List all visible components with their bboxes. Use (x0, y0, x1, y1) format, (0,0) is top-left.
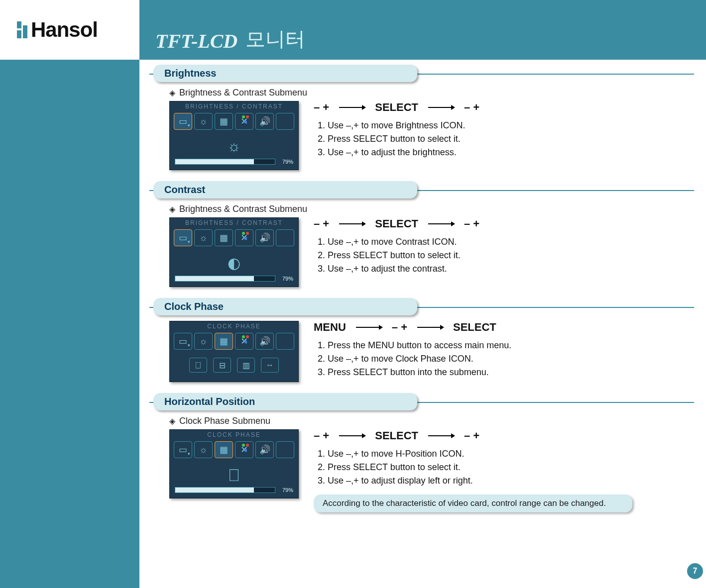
osd-progress-bar (175, 276, 275, 282)
section-heading-wrap: Brightness (149, 65, 694, 83)
arrow-label: – + (464, 101, 479, 114)
step-arrows: – +SELECT– + (314, 429, 694, 442)
svg-marker-7 (451, 221, 455, 226)
osd-center-icon: ◐ (170, 248, 298, 276)
osd-panel: BRIGHTNESS / CONTRAST▭▾☼▦✕🔊☼79% (169, 101, 299, 170)
osd-tabs: ▭▾☼▦✕🔊 (170, 331, 298, 352)
osd-sub-icons: ⎕⊟▥↔ (170, 352, 298, 377)
steps-list: 1. Press the MENU button to access main … (318, 339, 694, 379)
osd-tab: ☼ (194, 333, 213, 350)
step-item: 1. Press the MENU button to access main … (318, 339, 694, 352)
steps-list: 1. Use –,+ to move Brightness ICON.2. Pr… (318, 119, 694, 159)
arrow-label: – + (314, 429, 329, 442)
osd-title: CLOCK PHASE (170, 321, 298, 331)
instructions: – +SELECT– +1. Use –,+ to move Contrast … (314, 217, 694, 276)
instructions: – +SELECT– +1. Use –,+ to move H-Positio… (314, 429, 694, 512)
section: ContrastBrightness & Contrast SubmenuBRI… (149, 181, 694, 287)
osd-tab: 🔊 (255, 333, 274, 350)
osd-tab: ✕ (235, 333, 253, 350)
logo-area: Hansol (0, 0, 139, 60)
osd-tab: ▦ (215, 441, 233, 458)
content-area: BrightnessBrightness & Contrast SubmenuB… (149, 65, 694, 523)
sidebar (0, 60, 139, 588)
step-item: 3. Use –,+ to adjust the contrast. (318, 262, 694, 276)
arrow-label: SELECT (375, 429, 418, 442)
section-heading-wrap: Horizontal Position (149, 393, 694, 411)
osd-tab: 🔊 (255, 441, 274, 458)
note-pill: According to the characteristic of video… (314, 494, 632, 512)
osd-tab: ▦ (215, 229, 233, 246)
osd-tab: ▭▾ (174, 441, 192, 458)
logo-text: Hansol (31, 18, 98, 42)
osd-panel: CLOCK PHASE▭▾☼▦✕🔊⎕79% (169, 429, 299, 498)
banner-title-kr: 모니터 (245, 25, 305, 53)
section-heading: Clock Phase (153, 298, 417, 315)
osd-bar-row: 79% (170, 159, 298, 165)
step-item: 1. Use –,+ to move H-Position ICON. (318, 447, 694, 461)
svg-marker-5 (362, 221, 366, 226)
osd-tab (276, 333, 294, 350)
arrow-icon (427, 429, 455, 442)
osd-progress-bar (175, 487, 275, 493)
arrow-label: SELECT (375, 101, 418, 114)
banner-title-en: TFT-LCD (155, 29, 237, 53)
step-item: 3. Use –,+ to adjust display left or rig… (318, 474, 694, 488)
svg-marker-1 (362, 105, 366, 110)
page-number-badge: 7 (687, 563, 703, 579)
arrow-icon (338, 429, 366, 442)
arrow-icon (427, 101, 455, 114)
step-arrows: MENU– +SELECT (314, 321, 694, 334)
osd-tab: ☼ (194, 441, 213, 458)
step-item: 1. Use –,+ to move Contrast ICON. (318, 235, 694, 249)
sub-icon: ▥ (237, 358, 255, 373)
osd-tab: ▦ (215, 113, 233, 130)
osd-bar-row: 79% (170, 276, 298, 282)
arrow-icon (416, 321, 444, 334)
step-item: 2. Press SELECT button to select it. (318, 461, 694, 474)
osd-tab: ▭▾ (174, 113, 192, 130)
osd-percent: 79% (278, 276, 293, 282)
page-banner: TFT-LCD 모니터 (139, 0, 706, 60)
svg-marker-11 (440, 325, 444, 330)
step-item: 1. Use –,+ to move Brightness ICON. (318, 119, 694, 132)
osd-tab (276, 229, 294, 246)
section-subline: Clock Phase Submenu (169, 416, 694, 426)
steps-list: 1. Use –,+ to move H-Position ICON.2. Pr… (318, 447, 694, 488)
arrow-icon (338, 101, 366, 114)
osd-percent: 79% (278, 487, 293, 493)
arrow-label: – + (314, 101, 329, 114)
arrow-icon (427, 217, 455, 230)
step-arrows: – +SELECT– + (314, 101, 694, 114)
arrow-label: SELECT (375, 217, 418, 230)
section-heading-wrap: Contrast (149, 181, 694, 199)
osd-panel: BRIGHTNESS / CONTRAST▭▾☼▦✕🔊◐79% (169, 217, 299, 287)
osd-tabs: ▭▾☼▦✕🔊 (170, 439, 298, 460)
osd-tabs: ▭▾☼▦✕🔊 (170, 227, 298, 248)
sub-icon: ⊟ (213, 358, 231, 373)
arrow-label: – + (314, 217, 329, 230)
osd-tab: ✕ (235, 113, 253, 130)
section-heading: Brightness (153, 65, 417, 82)
osd-tab: ✕ (235, 229, 253, 246)
instructions: – +SELECT– +1. Use –,+ to move Brightnes… (314, 101, 694, 159)
arrow-label: MENU (314, 321, 346, 334)
section-subline: Brightness & Contrast Submenu (169, 88, 694, 98)
section-body: BRIGHTNESS / CONTRAST▭▾☼▦✕🔊☼79%– +SELECT… (169, 101, 694, 170)
osd-tabs: ▭▾☼▦✕🔊 (170, 111, 298, 132)
section-heading-wrap: Clock Phase (149, 298, 694, 316)
arrow-label: – + (392, 321, 407, 334)
sub-icon: ↔ (261, 358, 279, 373)
osd-tab (276, 441, 294, 458)
svg-marker-9 (379, 325, 383, 330)
section-heading: Contrast (153, 181, 417, 198)
svg-marker-15 (451, 433, 455, 438)
osd-title: CLOCK PHASE (170, 430, 298, 439)
osd-tab (276, 113, 294, 130)
step-item: 3. Use –,+ to adjust the brightness. (318, 146, 694, 159)
arrow-label: – + (464, 217, 479, 230)
osd-center-icon: ☼ (170, 132, 298, 159)
arrow-label: SELECT (453, 321, 496, 334)
section: BrightnessBrightness & Contrast SubmenuB… (149, 65, 694, 170)
section-body: CLOCK PHASE▭▾☼▦✕🔊⎕79%– +SELECT– +1. Use … (169, 429, 694, 512)
section-subline: Brightness & Contrast Submenu (169, 204, 694, 214)
